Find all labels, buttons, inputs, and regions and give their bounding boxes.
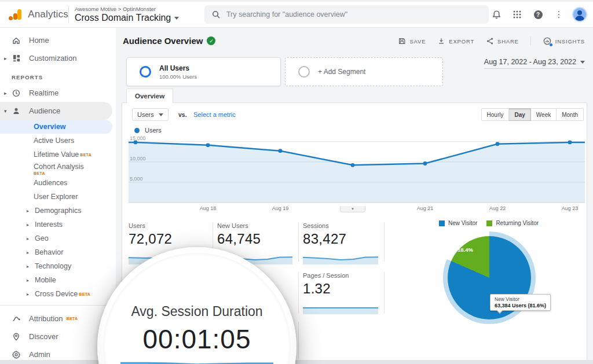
- insights-icon: [543, 36, 552, 46]
- sidebar-item-label: Attribution: [29, 314, 63, 323]
- users-line-chart[interactable]: 5,00010,00015,000Aug 18Aug 19Aug 20Aug 2…: [129, 133, 585, 213]
- sidebar-item-customization[interactable]: Customization: [0, 49, 116, 67]
- sidebar-item-lifetime-value[interactable]: Lifetime ValueBETA: [0, 148, 116, 161]
- granularity-toggle: Hourly Day Week Month: [481, 108, 584, 121]
- app-header: Analytics Awesome Motive > OptinMonster …: [0, 2, 593, 28]
- chart-expand-handle[interactable]: ▾: [340, 206, 365, 212]
- sidebar-item-label: Discover: [29, 332, 58, 341]
- metric-card-pages-per-session[interactable]: Pages / Session 1.32: [303, 272, 378, 314]
- granularity-month[interactable]: Month: [557, 108, 584, 121]
- metric-card-sessions[interactable]: Sessions 83,427: [303, 222, 378, 264]
- avg-session-duration-label: Avg. Session Duration: [103, 304, 291, 319]
- segment-subtitle: 100.00% Users: [159, 73, 197, 80]
- apps-grid-button[interactable]: [510, 7, 525, 22]
- help-button[interactable]: ?: [530, 7, 546, 22]
- sidebar-item-technology[interactable]: Technology: [0, 259, 116, 273]
- sidebar-item-label: Audience: [29, 106, 60, 115]
- chevron-right-icon: [27, 277, 29, 284]
- save-button[interactable]: SAVE: [398, 37, 426, 45]
- account-switcher[interactable]: Awesome Motive > OptinMonster Cross Doma…: [75, 6, 196, 23]
- more-vertical-icon: ⋮: [555, 12, 563, 17]
- sidebar-nav: Home Customization REPORTS Realtime Audi…: [0, 28, 116, 364]
- sidebar-item-home[interactable]: Home: [0, 31, 116, 49]
- select-metric-link[interactable]: Select a metric: [193, 111, 236, 118]
- svg-text:Aug 19: Aug 19: [272, 205, 289, 211]
- returning-visitor-swatch: [486, 220, 492, 226]
- metrics-divider: [298, 322, 299, 359]
- verified-check-icon: [207, 36, 215, 45]
- metrics-divider: [298, 272, 299, 314]
- sidebar-item-overview[interactable]: Overview: [0, 120, 112, 134]
- bell-icon: [492, 10, 502, 20]
- sidebar-item-label: Admin: [29, 350, 50, 359]
- share-button[interactable]: SHARE: [486, 37, 519, 45]
- metrics-divider: [384, 272, 385, 314]
- search-icon: [211, 10, 221, 19]
- chevron-right-icon: [27, 221, 29, 229]
- export-button[interactable]: EXPORT: [437, 37, 474, 45]
- sidebar-item-geo[interactable]: Geo: [0, 231, 116, 245]
- tab-overview[interactable]: Overview: [126, 89, 173, 103]
- gear-icon: [12, 350, 21, 359]
- sidebar-item-behavior[interactable]: Behavior: [0, 245, 116, 259]
- sidebar-item-demographics[interactable]: Demographics: [0, 204, 116, 218]
- search-input[interactable]: [226, 10, 481, 19]
- chevron-right-icon: [27, 263, 29, 270]
- analytics-app: Analytics Awesome Motive > OptinMonster …: [0, 0, 593, 364]
- sidebar-item-user-explorer[interactable]: User Explorer: [0, 190, 116, 204]
- global-search[interactable]: [204, 5, 489, 24]
- beta-badge: BETA: [34, 171, 116, 176]
- beta-badge: BETA: [79, 291, 90, 298]
- chevron-down-icon: [174, 17, 179, 20]
- pie-legend: New Visitor Returning Visitor: [439, 220, 539, 226]
- svg-text:Aug 18: Aug 18: [200, 205, 217, 211]
- segment-all-users[interactable]: All Users 100.00% Users: [126, 57, 281, 86]
- pie-tooltip: New Visitor 63,384 Users (81.6%): [490, 294, 551, 311]
- avatar-figure: [577, 10, 582, 15]
- save-icon: [398, 37, 406, 45]
- segment-circle-icon: [140, 66, 151, 78]
- granularity-hourly[interactable]: Hourly: [481, 108, 510, 121]
- sidebar-item-attribution[interactable]: AttributionBETA: [0, 310, 116, 328]
- analytics-logo[interactable]: Analytics: [0, 8, 68, 21]
- breadcrumb: Awesome Motive > OptinMonster: [75, 6, 196, 12]
- legend-new-visitor[interactable]: New Visitor: [439, 220, 477, 226]
- legend-returning-visitor[interactable]: Returning Visitor: [486, 220, 539, 226]
- clock-icon: [12, 89, 21, 98]
- sidebar-item-cross-device[interactable]: Cross DeviceBETA: [0, 287, 116, 301]
- sidebar-item-realtime[interactable]: Realtime: [0, 84, 116, 102]
- segment-title: All Users: [159, 64, 197, 72]
- granularity-week[interactable]: Week: [531, 108, 557, 121]
- actions-divider: [530, 36, 531, 46]
- download-icon: [437, 37, 445, 45]
- add-segment-label: + Add Segment: [318, 68, 365, 76]
- chevron-right-icon: [27, 249, 29, 256]
- metric-dropdown[interactable]: Users: [132, 108, 169, 121]
- sidebar-item-interests[interactable]: Interests: [0, 218, 116, 231]
- page-title: Audience Overview: [123, 36, 203, 46]
- chevron-down-icon: [4, 108, 7, 114]
- sidebar-item-audience[interactable]: Audience: [0, 102, 112, 120]
- beta-badge: BETA: [80, 151, 91, 159]
- insights-button[interactable]: INSIGHTS: [543, 36, 585, 46]
- add-segment-button[interactable]: + Add Segment: [285, 57, 443, 86]
- insights-notification-dot: [549, 43, 553, 47]
- user-avatar[interactable]: [572, 7, 587, 22]
- more-options-button[interactable]: ⋮: [551, 7, 566, 22]
- customization-icon: [12, 54, 21, 63]
- home-icon: [12, 36, 21, 45]
- notifications-button[interactable]: [489, 7, 504, 22]
- sidebar-item-cohort-analysis[interactable]: Cohort AnalysisBETA: [0, 161, 116, 176]
- sidebar-item-mobile[interactable]: Mobile: [0, 273, 116, 287]
- sidebar-item-label: Home: [29, 36, 49, 45]
- svg-text:Aug 22: Aug 22: [489, 205, 506, 211]
- metrics-divider: [298, 222, 299, 262]
- apps-grid-icon: [513, 10, 522, 19]
- sidebar-item-audiences[interactable]: Audiences: [0, 176, 116, 190]
- chevron-right-icon: [4, 56, 7, 61]
- sidebar-item-active-users[interactable]: Active Users: [0, 134, 116, 148]
- chevron-right-icon: [27, 291, 29, 298]
- granularity-day[interactable]: Day: [509, 108, 530, 121]
- date-range-picker[interactable]: Aug 17, 2022 - Aug 23, 2022: [484, 58, 585, 69]
- chevron-down-icon: [580, 61, 585, 64]
